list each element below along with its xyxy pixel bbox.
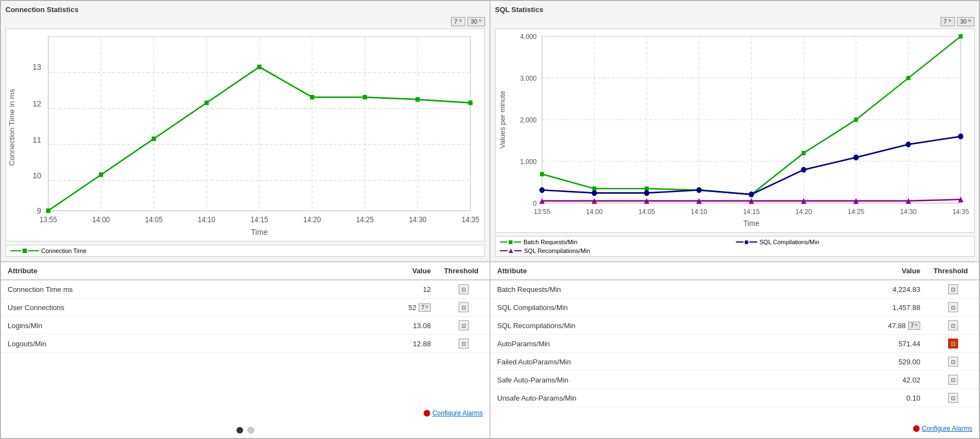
threshold-icon[interactable]: ⊡ bbox=[948, 284, 958, 294]
svg-text:Values per minute: Values per minute bbox=[499, 91, 506, 148]
sql-row-value: 42.02 bbox=[783, 371, 927, 389]
sql-row-threshold: ⊡ bbox=[927, 353, 979, 371]
svg-text:13:55: 13:55 bbox=[534, 208, 550, 216]
threshold-icon[interactable]: ⊡ bbox=[948, 339, 958, 348]
svg-point-90 bbox=[906, 142, 911, 148]
connection-configure-alarms-link[interactable]: Configure Alarms bbox=[424, 409, 483, 417]
threshold-icon[interactable]: ⊡ bbox=[459, 339, 469, 348]
connection-data-panel: Attribute Value Threshold Connection Tim… bbox=[1, 262, 490, 438]
conn-attr-header: Attribute bbox=[1, 262, 301, 280]
svg-text:Time: Time bbox=[251, 228, 268, 237]
legend-batch-label: Batch Requests/Min bbox=[523, 239, 577, 245]
svg-rect-39 bbox=[363, 95, 367, 99]
sql-row-value: 529.00 bbox=[783, 353, 927, 371]
conn-row-value: 12.88 bbox=[301, 335, 438, 353]
sql-row-value: 0.10 bbox=[783, 389, 927, 407]
sql-row-value: 4,224.83 bbox=[783, 280, 927, 299]
svg-text:14:05: 14:05 bbox=[145, 215, 162, 224]
svg-rect-34 bbox=[99, 172, 103, 177]
seven-day-badge[interactable]: 7 ᵇ bbox=[419, 303, 431, 312]
svg-point-91 bbox=[958, 133, 964, 139]
conn-value-header: Value bbox=[301, 262, 438, 280]
page-dot-2[interactable] bbox=[247, 427, 254, 434]
svg-rect-36 bbox=[205, 100, 209, 105]
connection-alarm-icon bbox=[424, 410, 430, 417]
legend-sql-recomp-label: SQL Recompilations/Min bbox=[524, 247, 590, 254]
svg-point-87 bbox=[748, 192, 754, 198]
svg-text:14:10: 14:10 bbox=[691, 208, 707, 216]
sql-row-attribute: Failed AutoParams/Min bbox=[491, 353, 783, 371]
sql-30-btn[interactable]: 30 ᵇ bbox=[957, 17, 975, 26]
svg-rect-38 bbox=[310, 95, 314, 99]
seven-day-badge[interactable]: 7 ᵇ bbox=[908, 322, 920, 330]
svg-point-89 bbox=[853, 155, 859, 161]
legend-sql-compilations: SQL Compilations/Min bbox=[736, 239, 970, 245]
threshold-icon[interactable]: ⊡ bbox=[948, 302, 958, 312]
svg-text:14:30: 14:30 bbox=[409, 215, 426, 224]
sql-chart-area: 0 1,000 2,000 3,000 4,000 13:55 14:00 14… bbox=[495, 29, 975, 233]
sql-configure-alarms-link[interactable]: Configure Alarms bbox=[913, 425, 972, 432]
sql-chart-controls: 7 ᵇ 30 ᵇ bbox=[495, 17, 975, 26]
threshold-icon[interactable]: ⊡ bbox=[948, 357, 958, 367]
sql-row-value: 1,457.88 bbox=[783, 299, 927, 317]
sql-table-row: Batch Requests/Min4,224.83⊡ bbox=[491, 280, 979, 299]
svg-point-86 bbox=[696, 187, 702, 193]
connection-table-row: Connection Time ms12⊡ bbox=[1, 280, 489, 299]
sql-legend: Batch Requests/Min SQL Compilations/Min … bbox=[495, 236, 975, 257]
svg-rect-80 bbox=[854, 117, 858, 122]
sql-table-row: Failed AutoParams/Min529.00⊡ bbox=[491, 353, 979, 371]
sql-chart-svg: 0 1,000 2,000 3,000 4,000 13:55 14:00 14… bbox=[495, 29, 974, 232]
conn-row-threshold: ⊡ bbox=[437, 317, 489, 335]
svg-rect-79 bbox=[802, 151, 806, 155]
svg-text:9: 9 bbox=[37, 206, 41, 216]
conn-row-attribute: Connection Time ms bbox=[1, 280, 301, 299]
svg-rect-81 bbox=[906, 76, 910, 80]
sql-row-attribute: Unsafe Auto-Params/Min bbox=[491, 389, 783, 407]
svg-text:14:15: 14:15 bbox=[743, 208, 759, 216]
threshold-icon[interactable]: ⊡ bbox=[948, 320, 958, 330]
conn-30-btn[interactable]: 30 ᵇ bbox=[468, 17, 485, 26]
threshold-icon[interactable]: ⊡ bbox=[948, 393, 958, 403]
sql-stats-title: SQL Statistics bbox=[495, 5, 975, 14]
conn-row-attribute: User Connections bbox=[1, 299, 301, 317]
sql-data-table: Attribute Value Threshold Batch Requests… bbox=[491, 262, 979, 407]
threshold-icon[interactable]: ⊡ bbox=[459, 320, 469, 330]
sql-configure-alarms-label: Configure Alarms bbox=[922, 425, 972, 432]
svg-text:2,000: 2,000 bbox=[520, 116, 537, 125]
sql-row-threshold: ⊡ bbox=[927, 317, 979, 335]
svg-text:3,000: 3,000 bbox=[520, 74, 537, 82]
connection-chart-area: 9 10 11 12 13 13:55 14:00 14:05 14:10 14… bbox=[5, 29, 485, 241]
sql-row-threshold: ⊡ bbox=[927, 280, 979, 299]
sql-alarm-icon bbox=[913, 425, 920, 432]
svg-text:14:25: 14:25 bbox=[848, 208, 864, 216]
threshold-icon[interactable]: ⊡ bbox=[459, 284, 469, 294]
page-dot-1[interactable] bbox=[236, 427, 243, 434]
sql-stats-panel: SQL Statistics 7 ᵇ 30 ᵇ bbox=[490, 1, 979, 262]
sql-7-btn[interactable]: 7 ᵇ bbox=[940, 17, 955, 26]
sql-table-row: Safe Auto-Params/Min42.02⊡ bbox=[491, 371, 979, 389]
svg-text:14:05: 14:05 bbox=[638, 208, 655, 216]
svg-rect-40 bbox=[415, 97, 420, 102]
conn-7-btn[interactable]: 7 ᵇ bbox=[451, 17, 465, 26]
conn-row-threshold: ⊡ bbox=[437, 280, 489, 299]
conn-row-attribute: Logins/Min bbox=[1, 317, 301, 335]
svg-text:14:20: 14:20 bbox=[796, 208, 812, 216]
svg-text:0: 0 bbox=[533, 200, 537, 208]
svg-text:11: 11 bbox=[32, 135, 41, 144]
svg-text:13:55: 13:55 bbox=[40, 215, 57, 224]
threshold-icon[interactable]: ⊡ bbox=[459, 302, 469, 312]
connection-configure-alarms-label: Configure Alarms bbox=[432, 409, 483, 417]
svg-text:14:20: 14:20 bbox=[303, 215, 321, 224]
legend-sql-comp-label: SQL Compilations/Min bbox=[759, 239, 819, 245]
svg-text:Time: Time bbox=[744, 219, 759, 228]
threshold-icon[interactable]: ⊡ bbox=[948, 375, 958, 385]
sql-table-row: AutoParams/Min571.44⊡ bbox=[491, 335, 979, 353]
svg-text:14:00: 14:00 bbox=[586, 208, 602, 216]
sql-value-header: Value bbox=[783, 262, 927, 280]
sql-row-attribute: AutoParams/Min bbox=[491, 335, 783, 353]
sql-row-threshold: ⊡ bbox=[927, 299, 979, 317]
sql-table-row: Unsafe Auto-Params/Min0.10⊡ bbox=[491, 389, 979, 407]
svg-text:12: 12 bbox=[32, 99, 41, 108]
legend-connection-time-label: Connection Time bbox=[41, 247, 87, 254]
connection-table-row: User Connections527 ᵇ⊡ bbox=[1, 299, 489, 317]
